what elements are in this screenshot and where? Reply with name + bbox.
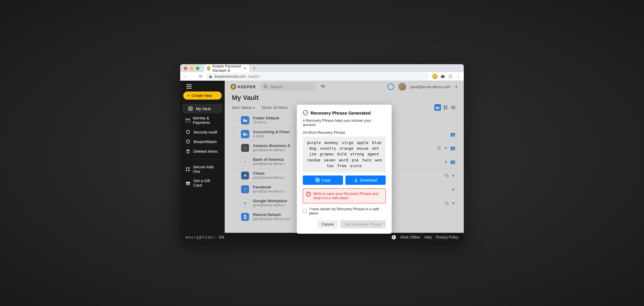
svg-rect-23 — [316, 178, 318, 181]
svg-rect-7 — [186, 170, 187, 171]
recovery-phrase-modal: ✓ Recovery Phrase Generated A Recovery P… — [297, 105, 392, 234]
recovery-phrase-display: purple monkey virgo apple blue dog count… — [303, 136, 386, 172]
download-icon — [354, 178, 358, 182]
modal-header: ✓ Recovery Phrase Generated — [303, 110, 386, 116]
sidebar-item-gift[interactable]: Get a Gift Card — [180, 176, 225, 190]
vault-icon — [188, 106, 193, 111]
browser-tab[interactable]: Keeper Password Manager & ✕ — [204, 64, 249, 72]
download-button[interactable]: Download — [345, 176, 386, 185]
grid-icon — [186, 167, 190, 172]
forward-icon[interactable]: → — [191, 74, 195, 79]
tab-title: Keeper Password Manager & — [212, 64, 241, 73]
kebab-menu-icon[interactable]: ⋮ — [456, 74, 461, 79]
extension-icon[interactable] — [433, 74, 437, 79]
modal-footer: Cancel Set Recovery Phrase — [303, 220, 386, 228]
help-link[interactable]: Help — [424, 235, 432, 239]
copy-button[interactable]: Copy — [303, 176, 343, 185]
offline-icon — [391, 235, 396, 240]
modal-title: Recovery Phrase Generated — [311, 110, 371, 116]
sidebar-item-label: My Vault — [196, 106, 211, 111]
warning-icon: ! — [306, 192, 311, 196]
svg-rect-8 — [188, 170, 190, 171]
modal-actions: Copy Download — [303, 176, 386, 185]
svg-point-4 — [188, 141, 188, 142]
footer-links: Work Offline Help Privacy Policy — [391, 235, 458, 240]
checkbox[interactable] — [303, 209, 307, 213]
copy-icon — [315, 178, 320, 182]
sidebar-item-addons[interactable]: Secure Add-Ons — [180, 162, 225, 176]
encryption-status: encryption: ON — [186, 235, 224, 239]
divider — [186, 159, 219, 159]
trash-icon — [186, 149, 190, 154]
browser-tab-strip: Keeper Password Manager & ✕ + — [180, 64, 464, 72]
shield-alert-icon — [186, 139, 190, 144]
sidebar-item-label: Security Audit — [193, 130, 217, 134]
close-window-icon[interactable] — [184, 67, 187, 70]
svg-rect-6 — [188, 167, 190, 169]
sidebar-item-breachwatch[interactable]: BreachWatch — [180, 137, 225, 146]
extensions-puzzle-icon[interactable] — [440, 74, 445, 79]
back-icon[interactable]: ← — [183, 74, 187, 79]
sidebar: + Create New My Vault Identity & Payment… — [180, 81, 225, 233]
svg-point-1 — [190, 108, 191, 110]
close-tab-icon[interactable]: ✕ — [243, 66, 246, 70]
svg-rect-22 — [317, 179, 319, 182]
create-new-label: Create New — [192, 93, 212, 98]
create-new-button[interactable]: + Create New — [183, 92, 222, 100]
confirm-checkbox-row[interactable]: I have stored my Recovery Phrase in a sa… — [303, 207, 386, 215]
set-phrase-button[interactable]: Set Recovery Phrase — [340, 220, 386, 228]
app-footer: encryption: ON Work Offline Help Privacy… — [180, 233, 464, 242]
url-bar[interactable]: keepersecurity.com/vault/# — [206, 73, 429, 80]
privacy-link[interactable]: Privacy Policy — [436, 235, 458, 239]
profile-icon[interactable] — [448, 74, 453, 79]
minimize-window-icon[interactable] — [190, 67, 193, 70]
copy-label: Copy — [321, 178, 330, 182]
new-tab-button[interactable]: + — [251, 65, 257, 71]
card-icon — [186, 118, 190, 123]
extensions-area: ⋮ — [433, 74, 461, 79]
reload-icon[interactable]: ⟳ — [199, 74, 202, 79]
svg-rect-5 — [186, 167, 187, 169]
download-label: Download — [360, 178, 377, 182]
plus-icon: + — [187, 93, 190, 98]
url-path: /vault/# — [248, 74, 260, 79]
modal-overlay: ✓ Recovery Phrase Generated A Recovery P… — [225, 81, 464, 233]
tab-favicon — [207, 66, 210, 70]
warning-box: ! Write or save your Recovery Phrase and… — [303, 188, 386, 203]
shield-icon — [186, 130, 190, 134]
sidebar-item-identity[interactable]: Identity & Payments — [180, 113, 225, 127]
main-content: KEEPER Search jane@acme-demo.com ▼ My Va… — [225, 81, 464, 233]
work-offline-link[interactable]: Work Offline — [400, 235, 420, 239]
sidebar-item-label: Secure Add-Ons — [193, 165, 219, 174]
sidebar-item-label: Deleted Items — [193, 149, 217, 154]
sidebar-item-label: Get a Gift Card — [193, 178, 219, 188]
svg-rect-0 — [189, 107, 192, 110]
browser-toolbar: ← → ⟳ keepersecurity.com/vault/# ⋮ — [180, 72, 464, 81]
sidebar-item-security-audit[interactable]: Security Audit — [180, 127, 225, 137]
phrase-label: 24-Word Recovery Phrase — [303, 130, 386, 135]
sidebar-item-label: BreachWatch — [193, 140, 217, 144]
checkbox-label: I have stored my Recovery Phrase in a sa… — [309, 207, 386, 215]
sidebar-item-my-vault[interactable]: My Vault — [183, 104, 222, 113]
warning-text: Write or save your Recovery Phrase and k… — [313, 192, 382, 200]
maximize-window-icon[interactable] — [196, 67, 199, 70]
modal-subtitle: A Recovery Phrase helps you recover your… — [303, 118, 386, 127]
lock-icon — [209, 75, 212, 78]
check-circle-icon: ✓ — [303, 110, 308, 116]
cancel-button[interactable]: Cancel — [317, 220, 338, 228]
sidebar-item-label: Identity & Payments — [193, 116, 219, 125]
sidebar-item-deleted[interactable]: Deleted Items — [180, 146, 225, 156]
gift-icon — [186, 181, 190, 185]
app-container: + Create New My Vault Identity & Payment… — [180, 81, 464, 233]
url-host: keepersecurity.com — [214, 74, 245, 79]
hamburger-menu-icon[interactable] — [180, 84, 225, 92]
window-controls — [184, 67, 199, 70]
browser-window: Keeper Password Manager & ✕ + ← → ⟳ keep… — [180, 64, 464, 242]
svg-rect-2 — [186, 118, 190, 122]
